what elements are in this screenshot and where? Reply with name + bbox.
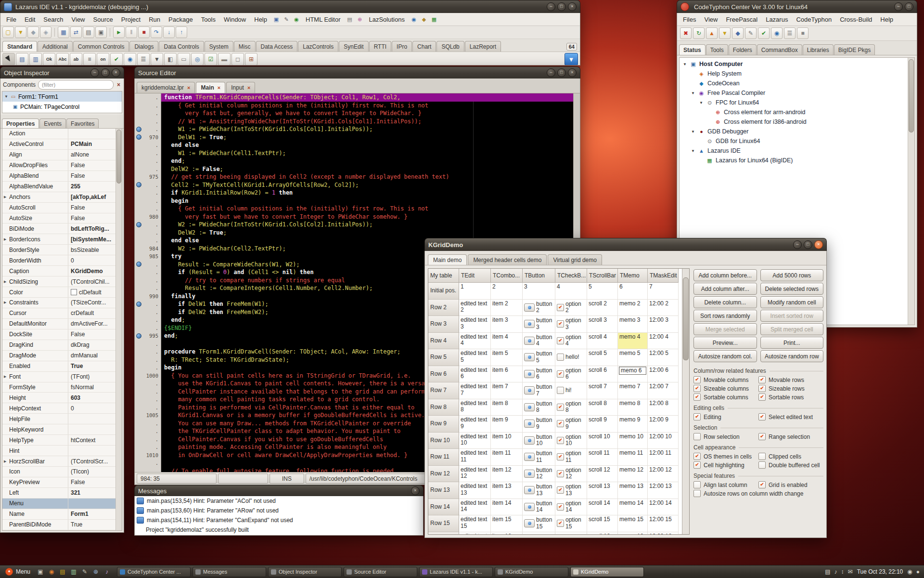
tlistbox-icon[interactable]: ☰: [137, 53, 150, 66]
view-forms-icon[interactable]: ▣: [95, 26, 107, 38]
tframe-icon[interactable]: ◻: [231, 53, 244, 66]
cell-button[interactable]: [524, 453, 535, 461]
palette-tab-standard[interactable]: Standard: [2, 41, 37, 52]
property-row[interactable]: AlphaBlendFalse: [2, 171, 122, 182]
property-row[interactable]: ParentBiDiModeTrue: [2, 520, 122, 530]
property-row[interactable]: BiDiModebdLeftToRig...: [2, 223, 122, 234]
grid-cell-button[interactable]: button 11: [523, 449, 555, 466]
grid-cell-check[interactable]: ✔option 12: [555, 466, 587, 483]
grid-cell-scroll[interactable]: scroll 4: [587, 333, 618, 350]
expander-icon[interactable]: ▼: [682, 62, 687, 66]
scrollbar-thumb[interactable]: [116, 130, 121, 184]
step-over-icon[interactable]: ↷: [151, 26, 162, 38]
window-list-icon[interactable]: ▣: [272, 15, 281, 24]
property-value[interactable]: (TControlScr...: [68, 458, 122, 465]
property-row[interactable]: Menu: [2, 499, 122, 509]
grid-cell-mask[interactable]: 12:00 16: [648, 532, 679, 535]
gutter-line[interactable]: .: [135, 324, 161, 332]
grid-cell-button[interactable]: button 16: [523, 532, 555, 535]
messages-titlebar[interactable]: Messages ×: [134, 485, 424, 496]
info-icon[interactable]: ◉: [410, 15, 418, 24]
grid-cell-edit[interactable]: edited text 15: [459, 515, 491, 532]
cell-checkbox[interactable]: ✔: [557, 370, 564, 378]
palette-tab-ipro[interactable]: IPro: [392, 41, 412, 52]
show-desktop-icon[interactable]: ▣: [36, 567, 45, 577]
property-row[interactable]: BorderStylebsSizeable: [2, 245, 122, 255]
tree-item[interactable]: ⊙GDB for Linux64: [680, 136, 908, 146]
property-value[interactable]: 603: [68, 394, 122, 401]
edit-icon[interactable]: ✎: [745, 27, 757, 39]
grid-cell-mask[interactable]: 12:00 11: [648, 449, 679, 466]
grid-cell-scroll[interactable]: scroll 2: [587, 300, 618, 316]
property-row[interactable]: ▶ChildSizing(TControlChil...: [2, 276, 122, 287]
grid-cell-combo[interactable]: item 13: [491, 482, 523, 499]
gutter-line[interactable]: 975: [135, 173, 161, 181]
grid-cell-combo[interactable]: item 6: [491, 366, 523, 383]
grid-cell-button[interactable]: button 13: [523, 482, 555, 499]
grid-cell-combo[interactable]: item 12: [491, 466, 523, 483]
cell-checkbox[interactable]: ✔: [557, 503, 564, 511]
grid-cell-memo[interactable]: memo 4: [618, 333, 648, 350]
menu-view[interactable]: View: [700, 14, 721, 25]
step-out-icon[interactable]: ↑: [176, 26, 187, 38]
cell-button[interactable]: [524, 403, 535, 411]
grid-cell-scroll[interactable]: scroll 15: [587, 515, 618, 532]
checkbox-align-last-column[interactable]: Align last column: [693, 481, 758, 488]
cell-checkbox[interactable]: ✔: [557, 470, 564, 477]
expander-icon[interactable]: ▼: [699, 101, 704, 105]
gutter-line[interactable]: .: [135, 380, 161, 388]
checkbox-box[interactable]: [758, 453, 766, 460]
save-icon[interactable]: ◆: [27, 26, 39, 38]
cell-button[interactable]: [524, 370, 535, 378]
expand-icon[interactable]: ▶: [4, 375, 6, 379]
grid-cell[interactable]: 2: [491, 283, 523, 300]
checkbox-os-themes-in-cells[interactable]: ✔OS themes in cells: [693, 453, 758, 460]
palette-tab-synedit[interactable]: SynEdit: [339, 41, 368, 52]
taskbar-window-source-editor[interactable]: Source Editor: [344, 567, 417, 577]
grid-cell-button[interactable]: button 4: [523, 333, 555, 350]
row-header[interactable]: Row 12: [428, 466, 459, 483]
property-value[interactable]: 0: [68, 257, 122, 264]
ttogglebox-icon[interactable]: on: [97, 53, 109, 66]
tab-bigide-pkgs[interactable]: BigIDE Pkgs: [834, 44, 875, 55]
property-value[interactable]: True: [68, 363, 122, 369]
property-value[interactable]: KGridDemo: [68, 268, 122, 275]
grid-cell-button[interactable]: button 6: [523, 366, 555, 383]
gutter-line[interactable]: .: [135, 93, 161, 102]
menu-codetyphon[interactable]: CodeTyphon: [792, 14, 835, 25]
grid-cell-button[interactable]: button 15: [523, 515, 555, 532]
row-header[interactable]: Row 6: [428, 366, 459, 383]
palette-tab-data-controls[interactable]: Data Controls: [159, 41, 204, 52]
property-row[interactable]: HelpTypehtContext: [2, 435, 122, 446]
gutter-line[interactable]: .: [135, 284, 161, 292]
taskbar-window-lazarus-ide-v1-1-k[interactable]: Lazarus IDE v1.1 - k...: [419, 567, 493, 577]
cell-checkbox[interactable]: [557, 354, 564, 361]
menu-search[interactable]: Search: [39, 14, 67, 25]
gutter-line[interactable]: .: [135, 356, 161, 364]
button-autosize-random-col[interactable]: Autosize random col.: [693, 350, 757, 362]
codetyphon-titlebar[interactable]: CodeTyphon Center Ver 3.00 for Linux64 –…: [677, 0, 917, 13]
scrollbar[interactable]: [116, 129, 122, 530]
property-row[interactable]: ▶Constraints(TSizeContr...: [2, 298, 122, 308]
checkbox-box[interactable]: ✔: [693, 413, 701, 420]
grid-cell-edit[interactable]: edited text 13: [459, 482, 491, 499]
editor-tab-input[interactable]: Input×: [226, 82, 255, 93]
cell-checkbox[interactable]: [557, 387, 564, 394]
grid-cell-check[interactable]: ✔option 3: [555, 316, 587, 333]
cell-button[interactable]: [524, 470, 535, 478]
checkbox-box[interactable]: ✔: [693, 453, 701, 460]
gutter-line[interactable]: .: [135, 165, 161, 173]
row-header[interactable]: Row 9: [428, 416, 459, 433]
grid-cell-memo[interactable]: memo 13: [618, 482, 648, 499]
grid-cell[interactable]: 7: [648, 283, 679, 300]
tab-favorites[interactable]: Favorites: [66, 118, 99, 128]
property-value[interactable]: bsSizeable: [68, 247, 122, 253]
property-row[interactable]: Action: [2, 129, 122, 139]
property-row[interactable]: ▶Font(TFont): [2, 372, 122, 382]
gutter-line[interactable]: .: [135, 102, 161, 110]
checkbox-box[interactable]: [758, 461, 766, 469]
property-row[interactable]: ActiveControlPCMain: [2, 139, 122, 150]
gutter-line[interactable]: .: [135, 388, 161, 396]
grid-cell[interactable]: 4: [555, 283, 587, 300]
files-icon[interactable]: ▤: [58, 567, 67, 577]
